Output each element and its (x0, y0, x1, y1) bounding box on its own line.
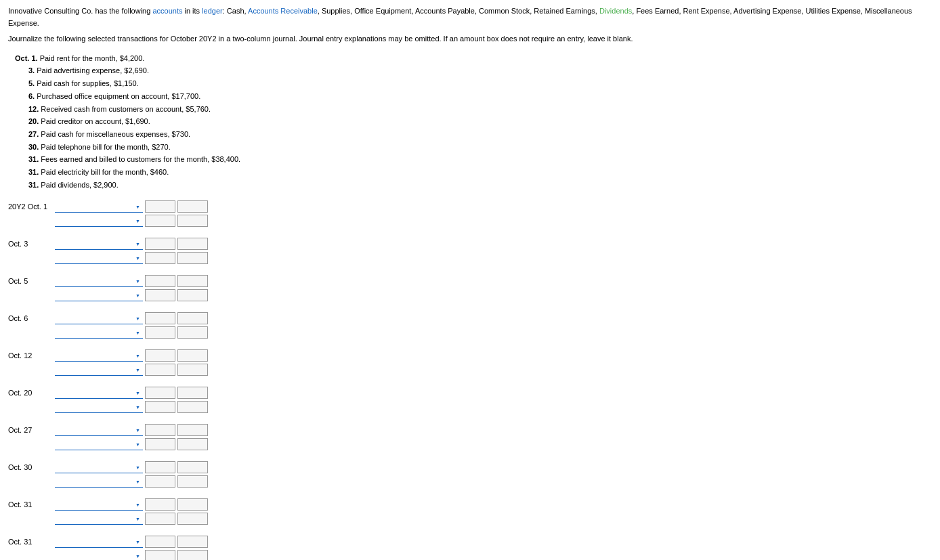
credit-oct31b-row1[interactable] (177, 536, 208, 548)
debit-oct20-row1[interactable] (145, 387, 175, 399)
date-label-oct31b: Oct. 31 (8, 536, 52, 546)
date-label-oct30: Oct. 30 (8, 461, 52, 471)
account-select-oct31a-row2[interactable]: CashAccounts ReceivableSupplies Office E… (55, 513, 143, 525)
account-select-oct12-row1[interactable]: CashAccounts ReceivableSupplies Office E… (55, 349, 143, 362)
date-label-oct12: Oct. 12 (8, 349, 52, 360)
account-select-oct6-row1[interactable]: CashAccounts ReceivableSupplies Office E… (55, 312, 143, 324)
date-label-oct5: Oct. 5 (8, 275, 52, 285)
credit-oct5-row2[interactable] (177, 289, 208, 301)
debit-oct31a-row2[interactable] (145, 513, 175, 525)
date-label-oct27: Oct. 27 (8, 424, 52, 434)
credit-oct12-row1[interactable] (177, 349, 208, 362)
journal-group-oct1: 20Y2 Oct. 1 CashAccounts ReceivableSuppl… (8, 200, 932, 227)
intro-paragraph: Innovative Consulting Co. has the follow… (8, 5, 932, 29)
journal-group-oct30: Oct. 30 CashAccounts ReceivableSupplies … (8, 461, 932, 488)
transactions-list: Oct. 1. Paid rent for the month, $4,200.… (8, 52, 932, 192)
debit-oct31b-row1[interactable] (145, 536, 175, 548)
account-select-oct27-row2[interactable]: CashAccounts ReceivableSupplies Office E… (55, 438, 143, 450)
account-select-oct20-row2[interactable]: CashAccounts ReceivableSupplies Office E… (55, 401, 143, 413)
credit-oct31a-row2[interactable] (177, 513, 208, 525)
account-select-oct5-row2[interactable]: CashAccounts ReceivableSupplies Office E… (55, 289, 143, 301)
debit-oct12-row1[interactable] (145, 349, 175, 362)
account-select-oct3-row2[interactable]: CashAccounts ReceivableSupplies Office E… (55, 252, 143, 264)
debit-oct5-row2[interactable] (145, 289, 175, 301)
journal-group-oct31a: Oct. 31 CashAccounts ReceivableSupplies … (8, 498, 932, 525)
account-select-oct3-row1[interactable]: CashAccounts ReceivableSupplies Office E… (55, 238, 143, 250)
credit-oct20-row2[interactable] (177, 401, 208, 413)
account-select-oct30-row2[interactable]: CashAccounts ReceivableSupplies Office E… (55, 475, 143, 488)
account-select-oct1-row2[interactable]: CashAccounts ReceivableSupplies Office E… (55, 215, 143, 227)
account-select-oct31a-row1[interactable]: CashAccounts ReceivableSupplies Office E… (55, 498, 143, 511)
account-select-oct5-row1[interactable]: CashAccounts ReceivableSupplies Office E… (55, 275, 143, 287)
debit-oct6-row1[interactable] (145, 312, 175, 324)
instructions-text: Journalize the following selected transa… (8, 33, 932, 45)
journal-group-oct3: Oct. 3 CashAccounts ReceivableSupplies O… (8, 238, 932, 264)
account-select-oct12-row2[interactable]: CashAccounts ReceivableSupplies Office E… (55, 364, 143, 376)
debit-oct30-row2[interactable] (145, 475, 175, 488)
ar-link: Accounts Receivable (248, 7, 318, 15)
debit-oct3-row1[interactable] (145, 238, 175, 250)
account-select-oct31b-row2[interactable]: CashAccounts ReceivableSupplies Office E… (55, 550, 143, 560)
credit-oct30-row1[interactable] (177, 461, 208, 473)
account-select-oct30-row1[interactable]: CashAccounts ReceivableSupplies Office E… (55, 461, 143, 473)
account-select-oct31b-row1[interactable]: CashAccounts ReceivableSupplies Office E… (55, 536, 143, 548)
date-label-oct6: Oct. 6 (8, 312, 52, 322)
credit-oct1-row2[interactable] (177, 215, 208, 227)
debit-oct31a-row1[interactable] (145, 498, 175, 511)
debit-oct1-row1[interactable] (145, 200, 175, 213)
debit-oct6-row2[interactable] (145, 326, 175, 339)
dividends-link: Dividends (599, 7, 632, 15)
credit-oct5-row1[interactable] (177, 275, 208, 287)
account-select-oct1-row1[interactable]: CashAccounts ReceivableSupplies Office E… (55, 200, 143, 213)
journal-group-oct20: Oct. 20 CashAccounts ReceivableSupplies … (8, 387, 932, 413)
credit-oct1-row1[interactable] (177, 200, 208, 213)
date-label-oct20: Oct. 20 (8, 387, 52, 397)
debit-oct31b-row2[interactable] (145, 550, 175, 560)
debit-oct1-row2[interactable] (145, 215, 175, 227)
account-select-oct27-row1[interactable]: CashAccounts ReceivableSupplies Office E… (55, 424, 143, 436)
credit-oct3-row2[interactable] (177, 252, 208, 264)
accounts-link: accounts (152, 7, 182, 15)
credit-oct6-row1[interactable] (177, 312, 208, 324)
date-label-oct31a: Oct. 31 (8, 498, 52, 509)
journal-group-oct5: Oct. 5 CashAccounts ReceivableSupplies O… (8, 275, 932, 301)
journal-section: 20Y2 Oct. 1 CashAccounts ReceivableSuppl… (8, 200, 932, 560)
credit-oct12-row2[interactable] (177, 364, 208, 376)
debit-oct30-row1[interactable] (145, 461, 175, 473)
account-select-oct20-row1[interactable]: CashAccounts ReceivableSupplies Office E… (55, 387, 143, 399)
journal-group-oct31b: Oct. 31 CashAccounts ReceivableSupplies … (8, 536, 932, 560)
ledger-link: ledger (202, 7, 223, 15)
debit-oct27-row1[interactable] (145, 424, 175, 436)
journal-group-oct12: Oct. 12 CashAccounts ReceivableSupplies … (8, 349, 932, 376)
date-label-oct3: Oct. 3 (8, 238, 52, 248)
credit-oct27-row2[interactable] (177, 438, 208, 450)
credit-oct20-row1[interactable] (177, 387, 208, 399)
credit-oct31b-row2[interactable] (177, 550, 208, 560)
credit-oct27-row1[interactable] (177, 424, 208, 436)
journal-group-oct6: Oct. 6 CashAccounts ReceivableSupplies O… (8, 312, 932, 339)
journal-group-oct27: Oct. 27 CashAccounts ReceivableSupplies … (8, 424, 932, 450)
account-select-oct6-row2[interactable]: CashAccounts ReceivableSupplies Office E… (55, 326, 143, 339)
debit-oct12-row2[interactable] (145, 364, 175, 376)
credit-oct30-row2[interactable] (177, 475, 208, 488)
debit-oct27-row2[interactable] (145, 438, 175, 450)
credit-oct31a-row1[interactable] (177, 498, 208, 511)
debit-oct5-row1[interactable] (145, 275, 175, 287)
credit-oct6-row2[interactable] (177, 326, 208, 339)
debit-oct20-row2[interactable] (145, 401, 175, 413)
credit-oct3-row1[interactable] (177, 238, 208, 250)
year-label: 20Y2 Oct. 1 (8, 200, 52, 211)
debit-oct3-row2[interactable] (145, 252, 175, 264)
